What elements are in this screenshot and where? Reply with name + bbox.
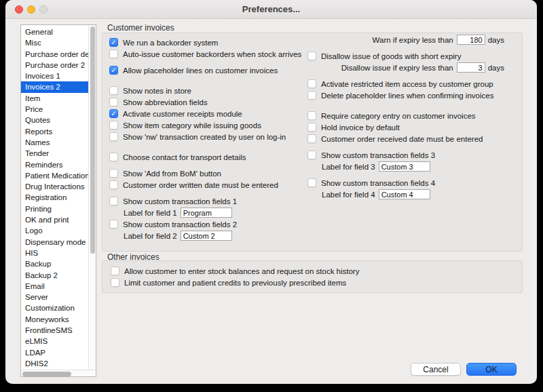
- option-row: Show 'nw' transaction created by user on…: [109, 131, 305, 142]
- checkbox-unchecked[interactable]: [307, 91, 316, 100]
- sidebar-item[interactable]: Moneyworks: [21, 314, 88, 325]
- checkbox-unchecked[interactable]: [109, 50, 118, 58]
- checkbox-label: Customer order written date must be ente…: [123, 181, 278, 189]
- sidebar-item[interactable]: Registration: [21, 192, 88, 203]
- sidebar-item[interactable]: Printing: [21, 203, 88, 214]
- sidebar-list: GeneralMiscPurchase order defaultsPurcha…: [21, 26, 88, 370]
- sidebar-item[interactable]: Misc: [21, 37, 88, 48]
- vertical-scrollbar-thumb[interactable]: [90, 26, 95, 254]
- sidebar-item[interactable]: Customization: [21, 302, 88, 313]
- checkbox-label: Show custom transaction fields 1: [123, 197, 237, 205]
- sidebar-item[interactable]: Purchase order 2: [21, 60, 88, 71]
- field-row: Disallow issue if expiry less thandays: [307, 62, 504, 73]
- unit-label: days: [485, 64, 504, 72]
- field-row: Warn if expiry less thandays: [307, 34, 504, 45]
- checkbox-unchecked[interactable]: [109, 220, 118, 229]
- sidebar-item[interactable]: Backup: [21, 258, 88, 269]
- preferences-panel: Customer invoices We run a backorder sys…: [102, 23, 523, 378]
- number-input[interactable]: [457, 62, 485, 73]
- option-row: Show custom transaction fields 2: [109, 218, 305, 230]
- checkbox-unchecked[interactable]: [109, 86, 118, 95]
- text-input[interactable]: [379, 189, 430, 199]
- sidebar-item[interactable]: FrontlineSMS: [21, 325, 88, 336]
- checkbox-label: Activate restricted item access by custo…: [321, 80, 493, 88]
- sidebar-item[interactable]: Quotes: [21, 115, 88, 125]
- title-bar[interactable]: Preferences...: [5, 0, 537, 19]
- sidebar-item[interactable]: Names: [21, 137, 88, 148]
- sidebar-item[interactable]: Server: [21, 292, 88, 302]
- checkbox-unchecked[interactable]: [307, 79, 316, 88]
- vertical-scrollbar[interactable]: [88, 25, 96, 370]
- text-input[interactable]: [181, 208, 232, 218]
- field-row: Label for field 2: [124, 230, 305, 241]
- sidebar-item[interactable]: Email: [21, 281, 88, 292]
- sidebar-item[interactable]: DHIS2: [21, 358, 88, 369]
- checkbox-unchecked[interactable]: [307, 111, 316, 120]
- sidebar-item[interactable]: Tender: [21, 148, 88, 159]
- other-invoices-rows: Allow customer to enter stock balances a…: [111, 265, 515, 288]
- customer-invoices-groupbox: We run a backorder systemAuto-issue cust…: [102, 33, 523, 252]
- sidebar-item[interactable]: Item: [21, 93, 88, 104]
- checkbox-unchecked[interactable]: [307, 52, 316, 60]
- sidebar-item[interactable]: OK and print: [21, 214, 88, 225]
- checkbox-label: Allow customer to enter stock balances a…: [124, 267, 359, 275]
- checkbox-unchecked[interactable]: [109, 98, 118, 106]
- checkbox-unchecked[interactable]: [109, 180, 118, 189]
- sidebar-item[interactable]: LDAP: [21, 347, 88, 358]
- sidebar-item[interactable]: Logo: [21, 225, 88, 236]
- text-input[interactable]: [379, 161, 430, 172]
- sidebar-item[interactable]: Price: [21, 104, 88, 115]
- checkbox-unchecked[interactable]: [109, 121, 118, 130]
- preferences-window: Preferences... GeneralMiscPurchase order…: [5, 0, 537, 384]
- sidebar-item[interactable]: Dispensary mode: [21, 237, 88, 248]
- checkbox-label: We run a backorder system: [123, 39, 218, 47]
- horizontal-scrollbar-thumb[interactable]: [22, 372, 71, 376]
- checkbox-unchecked[interactable]: [111, 278, 119, 287]
- checkbox-label: Limit customer and patient credits to pr…: [124, 279, 346, 287]
- ok-button[interactable]: OK: [466, 363, 517, 376]
- checkbox-label: Activate customer receipts module: [123, 110, 242, 118]
- sidebar-item[interactable]: Drug Interactions: [21, 181, 88, 192]
- checkbox-label: Show 'Add from BoM' button: [123, 170, 221, 178]
- sidebar-item[interactable]: HIS: [21, 248, 88, 258]
- text-input[interactable]: [181, 231, 232, 241]
- checkbox-unchecked[interactable]: [307, 123, 316, 132]
- number-input[interactable]: [457, 35, 485, 45]
- checkbox-unchecked[interactable]: [307, 178, 316, 187]
- horizontal-scrollbar[interactable]: [21, 370, 96, 376]
- checkbox-unchecked[interactable]: [307, 151, 316, 159]
- sidebar-item[interactable]: Backup 2: [21, 270, 88, 281]
- cancel-button[interactable]: Cancel: [411, 363, 461, 376]
- sidebar-item[interactable]: Patient Medication: [21, 170, 88, 181]
- option-row: We run a backorder system: [109, 37, 305, 48]
- text-field-label: Label for field 1: [124, 209, 181, 217]
- checkbox-label: Delete placeholder lines when confirming…: [321, 92, 493, 100]
- checkbox-label: Disallow issue of goods with short expir…: [321, 52, 461, 60]
- text-field-label: Label for field 3: [322, 163, 379, 171]
- checkbox-label: Show 'nw' transaction created by user on…: [123, 133, 286, 141]
- sidebar-item[interactable]: General: [21, 26, 88, 37]
- checkbox-unchecked[interactable]: [109, 197, 118, 205]
- sidebar-item[interactable]: Invoices 1: [21, 71, 88, 81]
- sidebar-item[interactable]: Purchase order defaults: [21, 49, 88, 60]
- option-row: Show custom transaction fields 4: [307, 177, 504, 189]
- preferences-sidebar: GeneralMiscPurchase order defaultsPurcha…: [20, 24, 96, 377]
- checkbox-label: Auto-issue customer backorders when stoc…: [123, 50, 301, 58]
- sidebar-item[interactable]: Invoices 2: [21, 81, 88, 92]
- checkbox-label: Show custom transaction fields 2: [123, 220, 237, 229]
- checkbox-unchecked[interactable]: [109, 169, 118, 178]
- checkbox-checked[interactable]: [109, 109, 118, 118]
- checkbox-unchecked[interactable]: [109, 153, 118, 161]
- checkbox-unchecked[interactable]: [111, 267, 119, 275]
- checkbox-checked[interactable]: [109, 66, 118, 75]
- option-row: Hold invoice by default: [307, 121, 504, 133]
- checkbox-unchecked[interactable]: [109, 132, 118, 141]
- option-row: Allow customer to enter stock balances a…: [111, 265, 515, 277]
- checkbox-label: Show custom transaction fields 4: [321, 179, 435, 187]
- sidebar-item[interactable]: eLMIS: [21, 336, 88, 347]
- field-row: Label for field 3: [322, 161, 504, 172]
- sidebar-item[interactable]: Reminders: [21, 159, 88, 170]
- sidebar-item[interactable]: Reports: [21, 126, 88, 137]
- checkbox-checked[interactable]: [109, 38, 118, 47]
- checkbox-unchecked[interactable]: [307, 134, 316, 143]
